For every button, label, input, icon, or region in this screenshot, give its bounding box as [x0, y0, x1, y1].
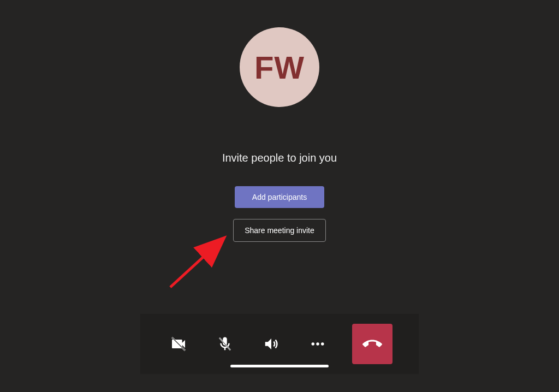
home-indicator[interactable] [230, 365, 329, 367]
speaker-button[interactable] [259, 332, 283, 356]
mic-toggle-button[interactable] [213, 332, 237, 356]
svg-point-9 [321, 342, 324, 346]
share-meeting-invite-button[interactable]: Share meeting invite [233, 219, 326, 242]
camera-toggle-button[interactable] [166, 332, 191, 356]
hangup-icon [362, 334, 382, 354]
call-controls-toolbar [140, 314, 419, 374]
svg-point-7 [312, 342, 315, 346]
speaker-icon [263, 336, 280, 352]
mic-off-icon [217, 336, 233, 352]
more-options-button[interactable] [306, 332, 330, 356]
svg-point-8 [316, 342, 319, 346]
meeting-lobby: FW Invite people to join you Add partici… [0, 0, 559, 253]
invite-heading: Invite people to join you [222, 152, 337, 164]
avatar: FW [240, 27, 319, 107]
hangup-button[interactable] [352, 324, 393, 364]
avatar-initials: FW [254, 49, 305, 86]
svg-marker-6 [265, 338, 271, 349]
camera-off-icon [170, 335, 187, 353]
add-participants-button[interactable]: Add participants [235, 186, 324, 208]
more-options-icon [310, 336, 326, 352]
